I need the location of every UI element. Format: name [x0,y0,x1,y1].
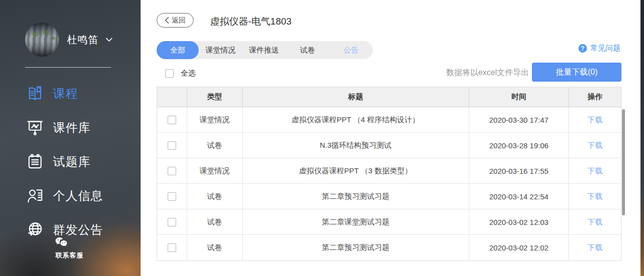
row-checkbox[interactable] [168,141,176,150]
chevron-left-icon [165,17,169,24]
page-title: 虚拟仪器-电气1803 [210,15,292,28]
book-icon [25,84,45,104]
row-time: 2020-03-14 22:54 [469,184,569,209]
sidebar-item-courses[interactable]: 课程 [0,77,141,111]
user-menu[interactable]: 杜鸣笛 [25,23,113,57]
row-type: 试卷 [187,235,243,260]
header-type: 类型 [187,87,243,107]
row-time: 2020-03-30 17:47 [469,107,569,133]
row-checkbox[interactable] [168,192,176,201]
row-time: 2020-03-28 19:06 [469,133,569,158]
row-type: 试卷 [187,133,243,158]
table-body: 课堂情况 虚拟仪器课程PPT （4 程序结构设计） 2020-03-30 17:… [157,107,621,260]
row-type: 试卷 [187,184,243,209]
row-title: 第二章课堂测试习题 [243,209,469,235]
download-link[interactable]: 下载 [587,141,602,150]
row-title: N.3循环结构预习测试 [243,133,469,158]
row-time: 2020-03-02 12:02 [469,235,569,260]
question-circle-icon: ? [578,44,587,53]
contact-label: 联系客服 [54,251,85,260]
table-row: 试卷 第二章预习测试习题 2020-03-02 12:02 下载 [157,235,621,260]
presentation-icon [25,118,45,138]
download-link[interactable]: 下载 [587,192,602,201]
row-type: 课堂情况 [187,158,243,184]
wechat-icon [54,236,85,249]
sidebar-item-courseware-library[interactable]: 课件库 [0,111,141,145]
tab-courseware-push[interactable]: 课件推送 [242,41,286,59]
export-hint: 数据将以excel文件导出 [446,68,529,78]
header-operation: 操作 [569,87,621,107]
notebook-icon [25,152,45,172]
row-type: 课堂情况 [187,107,243,133]
download-link[interactable]: 下载 [587,217,602,227]
row-type: 试卷 [187,209,243,235]
table-row: 试卷 N.3循环结构预习测试 2020-03-28 19:06 下载 [157,133,621,158]
sidebar-item-label: 课件库 [53,120,91,136]
row-checkbox[interactable] [168,116,176,124]
username: 杜鸣笛 [67,33,99,47]
back-button[interactable]: 返回 [157,13,194,28]
sidebar-item-question-bank[interactable]: 试题库 [0,145,141,179]
row-title: 虚拟仪器课程PPT （4 程序结构设计） [243,107,469,133]
batch-download-button[interactable]: 批量下载(0) [532,63,621,82]
vertical-scrollbar[interactable] [622,109,625,215]
tab-exam[interactable]: 试卷 [286,41,329,59]
row-time: 2020-03-02 12:03 [469,209,569,235]
header-checkbox-cell [157,87,187,107]
sidebar-item-label: 课程 [53,86,78,102]
avatar[interactable] [25,23,59,57]
records-table: 类型 标题 时间 操作 课堂情况 虚拟仪器课程PPT （4 程序结构设计） 20… [157,87,621,261]
table-row: 课堂情况 虚拟仪器课程PPT （3 数据类型） 2020-03-16 17:55… [157,158,621,184]
select-all-checkbox[interactable] [165,69,174,78]
sidebar-divider [25,67,111,68]
sidebar-nav: 课程 课件库 [0,77,141,247]
person-card-icon [25,186,45,206]
select-all-label: 全选 [181,69,196,78]
row-checkbox[interactable] [168,167,176,175]
sidebar-item-label: 试题库 [53,154,91,170]
app-window: 杜鸣笛 课程 [0,0,644,276]
sidebar-item-personal-info[interactable]: 个人信息 [0,179,141,213]
row-checkbox[interactable] [168,243,176,252]
row-time: 2020-03-16 17:55 [469,158,569,184]
row-title: 虚拟仪器课程PPT （3 数据类型） [243,158,469,184]
back-label: 返回 [172,16,186,25]
download-link[interactable]: 下载 [587,115,602,125]
header-time: 时间 [469,87,569,107]
main-content: 返回 虚拟仪器-电气1803 全部 课堂情况 课件推送 试卷 公告 ? 常见问题… [141,0,640,276]
tab-bar: 全部 课堂情况 课件推送 试卷 公告 [157,41,373,59]
faq-link[interactable]: ? 常见问题 [578,44,620,53]
table-row: 试卷 第二章课堂测试习题 2020-03-02 12:03 下载 [157,209,621,235]
tab-announcement[interactable]: 公告 [329,41,373,59]
table-row: 课堂情况 虚拟仪器课程PPT （4 程序结构设计） 2020-03-30 17:… [157,107,621,133]
chevron-down-icon [106,38,113,42]
table-header-row: 类型 标题 时间 操作 [157,87,621,107]
table-row: 试卷 第二章预习测试习题 2020-03-14 22:54 下载 [157,184,621,209]
row-checkbox[interactable] [168,218,176,226]
sidebar: 杜鸣笛 课程 [0,0,141,276]
download-link[interactable]: 下载 [587,166,602,176]
globe-megaphone-icon [25,220,45,240]
row-title: 第二章预习测试习题 [243,184,469,209]
tab-class-status[interactable]: 课堂情况 [199,41,242,59]
faq-label: 常见问题 [590,44,620,53]
select-all[interactable]: 全选 [165,69,196,78]
contact-support[interactable]: 联系客服 [54,236,85,260]
tab-all[interactable]: 全部 [157,41,199,59]
header-title: 标题 [243,87,469,107]
row-title: 第二章预习测试习题 [243,235,469,260]
download-link[interactable]: 下载 [587,243,602,252]
sidebar-item-label: 群发公告 [53,222,103,238]
sidebar-item-label: 个人信息 [53,188,103,204]
